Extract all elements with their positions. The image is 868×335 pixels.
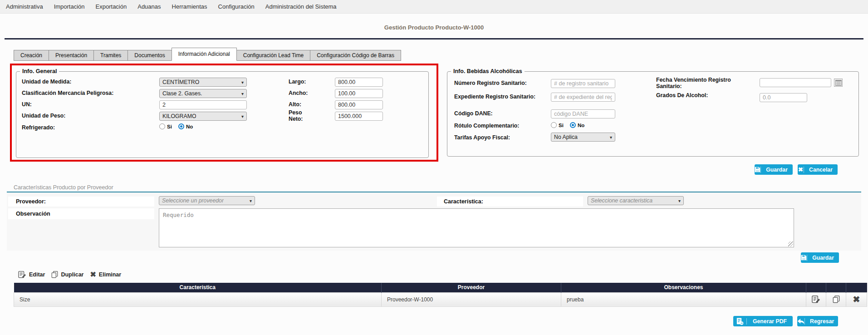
- rotulo-radio-no[interactable]: No: [570, 122, 584, 128]
- unidad-peso-select[interactable]: KILOGRAMO ▾: [159, 112, 247, 121]
- table-toolbar: Editar Duplicar ✖ Eliminar: [18, 271, 121, 278]
- menu-item-herramientas[interactable]: Herramientas: [172, 3, 207, 10]
- menu-item-aduanas[interactable]: Aduanas: [137, 3, 161, 10]
- menu-item-configuracion[interactable]: Configuración: [218, 3, 255, 10]
- menu-item-exportacion[interactable]: Exportación: [96, 3, 127, 10]
- column-header-caracteristica: Característica: [14, 283, 382, 292]
- largo-input[interactable]: [335, 78, 383, 87]
- rotulo-radio-group: Si No: [551, 122, 584, 128]
- clasificacion-peligrosa-label: Clasificación Mercancía Peligrosa:: [22, 90, 113, 96]
- ancho-label: Ancho:: [289, 90, 308, 96]
- caracteristica-label-cell: Característica:: [437, 197, 583, 207]
- row-edit-button[interactable]: [806, 292, 826, 306]
- page-title: Gestión Producto Producto-W-1000: [0, 24, 868, 31]
- pdf-icon: [733, 318, 747, 325]
- fecha-vencimiento-label: Fecha Vencimiento Registro Sanitario:: [656, 77, 738, 89]
- close-icon: ✖: [798, 167, 804, 173]
- editar-label: Editar: [29, 271, 45, 278]
- chevron-down-icon: ▾: [241, 114, 244, 119]
- tab-tramites[interactable]: Tramites: [93, 50, 128, 61]
- radio-on-icon: [178, 123, 184, 129]
- fecha-vencimiento-input[interactable]: [760, 78, 831, 87]
- numero-registro-input[interactable]: [551, 79, 615, 88]
- row-delete-button[interactable]: ✖: [846, 292, 867, 306]
- delete-icon: ✖: [853, 295, 860, 304]
- radio-no-label: No: [186, 124, 193, 129]
- rotulo-radio-si[interactable]: Si: [551, 122, 564, 128]
- cancelar-button[interactable]: ✖ Cancelar: [798, 164, 838, 175]
- cell-proveedor: Proveedor-W-1000: [382, 292, 561, 306]
- caracteristicas-table: Característica Proveedor Observaciones S…: [14, 283, 867, 307]
- tab-creacion[interactable]: Creación: [14, 50, 49, 61]
- rotulo-complementario-label: Rótulo Complementario:: [454, 123, 519, 129]
- menu-item-administrativa[interactable]: Administrativa: [6, 3, 43, 10]
- peso-neto-label: Peso Neto:: [289, 109, 314, 122]
- unidad-medida-label: Unidad de Medida:: [22, 79, 71, 85]
- app-window: Administrativa Importación Exportación A…: [0, 0, 868, 335]
- duplicar-button[interactable]: Duplicar: [51, 271, 83, 278]
- unidad-peso-label: Unidad de Peso:: [22, 113, 65, 119]
- copy-icon: [51, 271, 58, 278]
- proveedor-select[interactable]: Seleccione un proveedor ▾: [159, 196, 255, 205]
- codigo-dane-input[interactable]: [551, 109, 615, 118]
- expediente-registro-label: Expediente Registro Sanitario:: [454, 94, 535, 100]
- tab-informacion-adicional[interactable]: Información Adicional: [172, 48, 237, 61]
- observacion-textarea[interactable]: [159, 208, 794, 247]
- caracteristica-label: Característica:: [444, 198, 483, 205]
- peso-neto-input[interactable]: [335, 112, 383, 121]
- refrigerado-radio-si[interactable]: Si: [159, 123, 172, 129]
- grados-alcohol-input[interactable]: [760, 93, 807, 102]
- caracteristica-select[interactable]: Seleccione caracteristica ▾: [588, 196, 684, 205]
- row-copy-button[interactable]: [826, 292, 846, 306]
- menu-item-administracion-sistema[interactable]: Administración del Sistema: [265, 3, 337, 10]
- back-arrow-icon: [797, 318, 805, 325]
- duplicar-label: Duplicar: [61, 271, 83, 278]
- caracteristica-select-value: Seleccione caracteristica: [591, 197, 652, 204]
- tab-configuracion-codigo-barras[interactable]: Configuración Código de Barras: [310, 50, 401, 61]
- radio-off-icon: [551, 122, 557, 128]
- alto-label: Alto:: [289, 101, 301, 108]
- generar-pdf-button[interactable]: Generar PDF: [733, 316, 793, 326]
- ancho-input[interactable]: [335, 89, 383, 98]
- table-header-row: Característica Proveedor Observaciones: [14, 283, 867, 292]
- table-row: Size Proveedor-W-1000 prueba: [14, 292, 867, 306]
- save-icon: [755, 167, 761, 173]
- alto-input[interactable]: [335, 100, 383, 109]
- un-input[interactable]: [159, 100, 247, 109]
- chevron-down-icon: ▾: [241, 91, 244, 96]
- radio-no-label: No: [578, 123, 584, 128]
- clasificacion-peligrosa-select[interactable]: Clase 2. Gases. ▾: [159, 89, 247, 98]
- guardar-button[interactable]: Guardar: [755, 164, 793, 175]
- eliminar-button[interactable]: ✖ Eliminar: [90, 271, 121, 278]
- delete-icon: ✖: [90, 271, 96, 278]
- guardar-caracteristica-button[interactable]: Guardar: [801, 252, 839, 263]
- menu-item-importacion[interactable]: Importación: [54, 3, 85, 10]
- regresar-button[interactable]: Regresar: [797, 316, 838, 326]
- proveedor-label: Proveedor:: [16, 198, 46, 205]
- tab-presentacion[interactable]: Presentación: [49, 50, 94, 61]
- refrigerado-radio-group: Si No: [159, 123, 193, 129]
- un-label: UN:: [22, 101, 32, 108]
- largo-label: Largo:: [289, 79, 306, 85]
- calendar-icon[interactable]: [834, 79, 843, 87]
- expediente-registro-input[interactable]: [551, 93, 615, 102]
- generar-pdf-label: Generar PDF: [747, 318, 793, 325]
- column-header-proveedor: Proveedor: [382, 283, 561, 292]
- chevron-down-icon: ▾: [250, 198, 252, 203]
- refrigerado-radio-no[interactable]: No: [178, 123, 193, 129]
- eliminar-label: Eliminar: [99, 271, 121, 278]
- tarifas-apoyo-fiscal-label: Tarifas Apoyo Fiscal:: [454, 134, 510, 141]
- tab-configuracion-lead-time[interactable]: Configuración Lead Time: [236, 50, 310, 61]
- section-title-caracteristicas: Características Producto por Proveedor: [14, 184, 113, 191]
- top-menu: Administrativa Importación Exportación A…: [0, 0, 868, 14]
- chevron-down-icon: ▾: [610, 135, 612, 140]
- cell-caracteristica: Size: [14, 292, 382, 306]
- info-bebidas-fieldset: Info. Bebidas Alcohólicas Número Registr…: [447, 71, 859, 157]
- tab-documentos[interactable]: Documentos: [128, 50, 172, 61]
- tarifas-apoyo-fiscal-select[interactable]: No Aplica ▾: [551, 133, 615, 142]
- column-header-delete: [846, 283, 867, 292]
- radio-off-icon: [159, 123, 165, 129]
- editar-button[interactable]: Editar: [18, 271, 45, 278]
- unidad-medida-select[interactable]: CENTÍMETRO ▾: [159, 78, 247, 87]
- column-header-copy: [826, 283, 846, 292]
